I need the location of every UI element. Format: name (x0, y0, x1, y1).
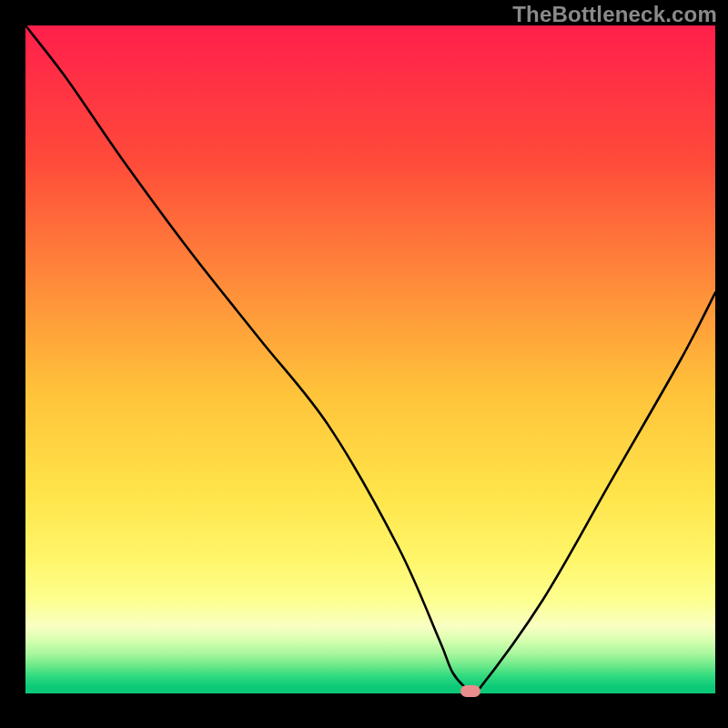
watermark-text: TheBottleneck.com (512, 2, 717, 27)
chart-container: TheBottleneck.com (0, 0, 728, 728)
plot-area (25, 25, 715, 693)
gradient-background (25, 25, 715, 693)
bottleneck-plot (25, 25, 715, 693)
